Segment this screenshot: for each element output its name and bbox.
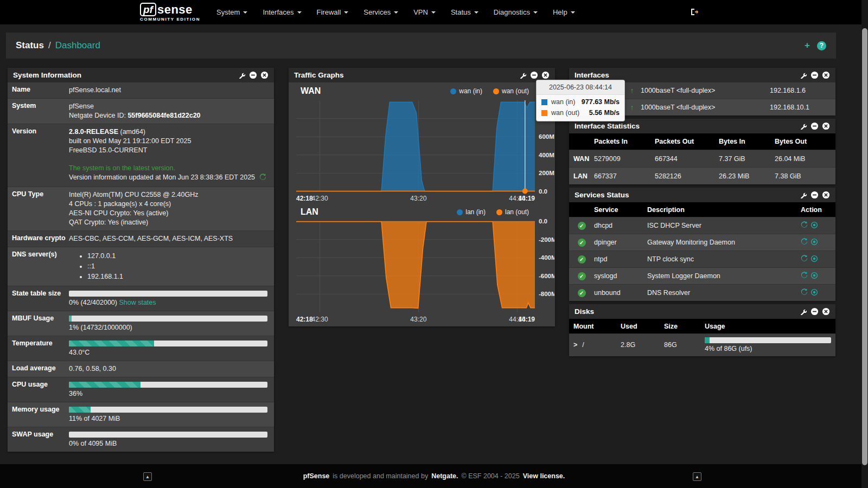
minimize-icon[interactable]	[530, 71, 538, 79]
tooltip-timestamp: 2025-06-23 08:44:14	[537, 80, 624, 95]
chevron-right-icon[interactable]: >	[573, 341, 577, 349]
chevron-down-icon	[571, 11, 575, 14]
close-icon[interactable]	[541, 71, 550, 79]
restart-service-icon[interactable]	[801, 255, 808, 264]
table-row: DNS server(s) 127.0.0.1 ::1 192.168.1.1	[8, 247, 274, 286]
dns-servers: 127.0.0.1 ::1 192.168.1.1	[69, 247, 274, 286]
breadcrumb-section: Status	[16, 40, 44, 51]
pfsense-logo[interactable]: pf sense COMMUNITY EDITION	[140, 3, 200, 22]
legend-dot-icon	[450, 88, 456, 94]
chart-title: WAN	[301, 86, 321, 96]
wrench-icon[interactable]	[800, 191, 807, 198]
legend-item[interactable]: lan (out)	[496, 208, 529, 216]
menu-diagnostics[interactable]: Diagnostics	[486, 0, 545, 24]
legend-item[interactable]: lan (in)	[457, 208, 486, 216]
minimize-icon[interactable]	[810, 122, 819, 130]
progress-bar	[705, 337, 831, 343]
row-label: State table size	[8, 286, 69, 311]
column-left: System Information Name pfSense.local.ne…	[8, 68, 274, 455]
navbar: pf sense COMMUNITY EDITION System Interf…	[0, 0, 868, 24]
show-states-link[interactable]: Show states	[119, 299, 156, 306]
legend-label: wan (out)	[502, 87, 529, 95]
close-icon[interactable]	[822, 71, 830, 79]
stop-service-icon[interactable]	[810, 221, 818, 230]
progress-bar	[69, 407, 267, 413]
restart-service-icon[interactable]	[801, 272, 808, 280]
stop-service-icon[interactable]	[810, 272, 818, 281]
scroll-top-button[interactable]: ▲	[143, 472, 152, 481]
refresh-icon[interactable]	[259, 174, 266, 183]
scroll-top-button[interactable]: ▲	[693, 472, 701, 481]
disk-usage-text: 4% of 86G (ufs)	[705, 345, 752, 352]
breadcrumb-page[interactable]: Dashboard	[55, 40, 100, 51]
close-icon[interactable]	[822, 122, 830, 130]
service-row-dhcpd: ✓ dhcpd ISC DHCP Server	[569, 217, 835, 234]
logo-sense: sense	[157, 4, 193, 16]
legend-dot-icon	[457, 209, 463, 215]
legend-item[interactable]: wan (in)	[450, 87, 482, 95]
wrench-icon[interactable]	[800, 123, 807, 130]
svg-text:43:20: 43:20	[410, 195, 426, 202]
menu-label: Status	[451, 8, 471, 16]
service-row-dpinger: ✓ dpinger Gateway Monitoring Daemon	[569, 234, 835, 251]
restart-service-icon[interactable]	[801, 238, 808, 247]
close-icon[interactable]	[822, 307, 830, 316]
menu-firewall[interactable]: Firewall	[309, 0, 356, 24]
close-icon[interactable]	[260, 71, 269, 79]
dns-server: ::1	[87, 262, 267, 271]
row-label: Name	[8, 82, 69, 98]
tooltip-row-wan-in: wan (in) 977.63 Mb/s	[537, 97, 624, 107]
service-row-ntpd: ✓ ntpd NTP clock sync	[569, 251, 835, 267]
minimize-icon[interactable]	[810, 191, 819, 199]
chart-plot: 0.0-200M-400M-600M-800M42:1842:3043:2044…	[295, 219, 555, 324]
chevron-down-icon	[394, 11, 398, 14]
pfsense-dashboard: pf sense COMMUNITY EDITION System Interf…	[0, 0, 868, 488]
logout-icon[interactable]	[690, 8, 699, 18]
chevron-down-icon	[474, 11, 478, 14]
minimize-icon[interactable]	[249, 71, 257, 79]
row-label: Version	[8, 124, 69, 187]
view-license-link[interactable]: View license.	[523, 472, 565, 480]
row-label: CPU Type	[8, 187, 69, 230]
close-icon[interactable]	[822, 191, 830, 199]
swap-usage-value: 0% of 4095 MiB	[69, 427, 274, 452]
services-status-panel: Services Status Service Description Acti…	[569, 188, 835, 301]
svg-text:44:19: 44:19	[518, 195, 535, 202]
minimize-icon[interactable]	[810, 307, 819, 316]
state-table-value: 0% (42/402000) Show states	[69, 286, 274, 311]
svg-text:0.0: 0.0	[539, 188, 547, 195]
wrench-icon[interactable]	[800, 72, 807, 79]
stop-service-icon[interactable]	[810, 288, 818, 298]
restart-service-icon[interactable]	[801, 288, 808, 297]
latest-version-text: The system is on the latest version.	[69, 164, 267, 173]
menu-help[interactable]: Help	[545, 0, 583, 24]
svg-text:600M: 600M	[539, 133, 554, 140]
minimize-icon[interactable]	[810, 71, 819, 79]
add-widget-icon[interactable]: +	[805, 40, 810, 51]
hwcrypto-value: AES-CBC, AES-CCM, AES-GCM, AES-ICM, AES-…	[69, 231, 274, 247]
wrench-icon[interactable]	[800, 308, 807, 315]
wrench-icon[interactable]	[520, 72, 527, 79]
menu-system[interactable]: System	[209, 0, 255, 24]
chevron-down-icon	[243, 11, 247, 14]
restart-service-icon[interactable]	[801, 221, 808, 230]
help-icon[interactable]: ?	[817, 41, 826, 50]
menu-interfaces[interactable]: Interfaces	[255, 0, 309, 24]
wrench-icon[interactable]	[239, 72, 246, 79]
scrollbar-thumb[interactable]	[862, 28, 867, 465]
interface-statistics-panel: Interface Statistics Packets In Packets …	[569, 119, 835, 184]
footer: ▲ pfSense is developed and maintained by…	[0, 464, 868, 488]
service-row-syslogd: ✓ syslogd System Logger Daemon	[569, 267, 835, 284]
menu-services[interactable]: Services	[356, 0, 406, 24]
stop-service-icon[interactable]	[810, 238, 818, 247]
logo-edition: COMMUNITY EDITION	[140, 17, 200, 22]
stop-service-icon[interactable]	[810, 255, 818, 264]
legend-item[interactable]: wan (out)	[493, 87, 529, 95]
breadcrumb: Status / Dashboard + ?	[6, 33, 836, 59]
menu-status[interactable]: Status	[443, 0, 486, 24]
interface-ip: 192.168.1.6	[770, 87, 835, 94]
footer-netgate-link[interactable]: Netgate.	[431, 472, 458, 480]
menu-vpn[interactable]: VPN	[406, 0, 443, 24]
menu-label: System	[216, 8, 240, 16]
stats-row-lan: LAN 667337 5282126 26.23 MiB 7.38 GiB	[569, 167, 835, 184]
